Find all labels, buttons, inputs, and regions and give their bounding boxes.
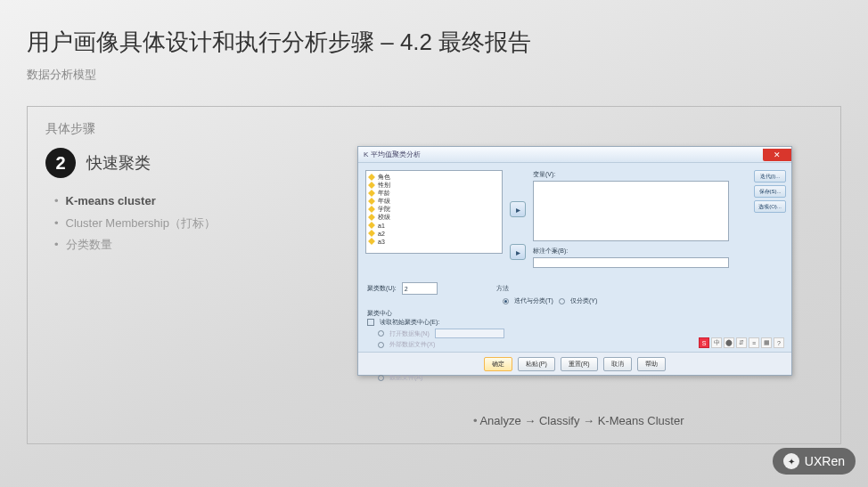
clusters-input[interactable]: 2: [402, 282, 438, 295]
move-right-button[interactable]: ▸: [510, 201, 526, 217]
ruler-icon: [368, 198, 375, 205]
ime-icon[interactable]: ?: [774, 337, 784, 348]
variables-target-list[interactable]: [533, 181, 729, 241]
variable-item: a1: [368, 222, 500, 230]
step-number-badge: 2: [45, 148, 76, 178]
method-label: 方法: [496, 284, 509, 293]
content-panel: 具体步骤 2 快速聚类 K-means cluster Cluster Memb…: [27, 106, 841, 444]
radio-data-file[interactable]: [378, 375, 384, 381]
ime-icon[interactable]: ≡: [749, 337, 759, 348]
panel-label: 具体步骤: [45, 121, 823, 137]
center-group-label: 聚类中心: [367, 309, 782, 318]
slide: 用户画像具体设计和执行分析步骤 – 4.2 最终报告 数据分析模型 具体步骤 2…: [0, 0, 868, 444]
cancel-button[interactable]: 取消: [603, 357, 632, 371]
bullet-text: Cluster Membership（打标）: [66, 213, 216, 235]
ime-icon[interactable]: ▦: [761, 337, 772, 348]
variable-item: 年级: [368, 197, 500, 205]
dialog-title: K 平均值聚类分析: [364, 150, 421, 159]
reset-button[interactable]: 重置(R): [561, 357, 598, 371]
dialog-right-pane: 变量(V): 标注个案(B):: [533, 170, 784, 272]
variables-target-label: 变量(V):: [533, 170, 784, 179]
variable-item: a2: [368, 230, 500, 238]
radio-iterate[interactable]: [503, 298, 509, 304]
radio-external-file[interactable]: [378, 342, 384, 348]
ok-button[interactable]: 确定: [484, 357, 512, 371]
screenshot-caption: Analyze → Classify → K-Means Cluster: [473, 414, 684, 427]
ruler-icon: [368, 174, 375, 181]
ime-icon[interactable]: 中: [711, 337, 722, 348]
clusters-label: 聚类数(U):: [367, 284, 397, 293]
ime-icon[interactable]: ⬤: [724, 337, 734, 348]
source-variables-list[interactable]: 角色 性别 年龄 年级 学院 校级 a1 a2 a3: [365, 170, 503, 254]
ime-icon[interactable]: S: [699, 337, 709, 348]
read-initial-checkbox[interactable]: [367, 319, 374, 326]
move-right-button[interactable]: ▸: [510, 244, 526, 260]
bullet-text: K-means cluster: [66, 191, 156, 213]
label-case-label: 标注个案(B):: [533, 247, 784, 256]
dialog-body: 角色 性别 年龄 年级 学院 校级 a1 a2 a3 ▸ ▸ 变量(V):: [358, 163, 791, 279]
page-title: 用户画像具体设计和执行分析步骤 – 4.2 最终报告: [27, 27, 841, 58]
variable-item: 角色: [368, 173, 500, 181]
transfer-buttons: ▸ ▸: [510, 170, 526, 272]
page-subtitle: 数据分析模型: [27, 67, 841, 83]
dataset-dropdown[interactable]: [435, 329, 504, 338]
radio-open-dataset[interactable]: [378, 330, 384, 337]
bullet-text: 分类数量: [66, 234, 112, 256]
dialog-footer: 确定 粘贴(P) 重置(R) 取消 帮助: [358, 352, 791, 375]
ruler-icon: [368, 230, 375, 237]
watermark-brand: UXRen: [805, 454, 845, 468]
dialog-titlebar: K 平均值聚类分析 ✕: [358, 147, 791, 163]
ruler-icon: [368, 214, 375, 221]
wechat-icon: ✦: [783, 453, 799, 469]
variable-item: 学院: [368, 205, 500, 213]
ime-statusbar: S 中 ⬤ ⇵ ≡ ▦ ?: [699, 337, 784, 348]
ruler-icon: [368, 238, 375, 245]
options-button[interactable]: 选项(O)...: [754, 200, 786, 213]
dialog-side-buttons: 迭代(I)... 保存(S)... 选项(O)...: [754, 170, 786, 213]
spss-dialog: K 平均值聚类分析 ✕ 迭代(I)... 保存(S)... 选项(O)... 角…: [357, 146, 792, 376]
ime-icon[interactable]: ⇵: [736, 337, 747, 348]
ruler-icon: [368, 182, 375, 189]
iterate-button[interactable]: 迭代(I)...: [754, 170, 786, 183]
help-button[interactable]: 帮助: [637, 357, 666, 371]
radio-classify-only[interactable]: [559, 298, 565, 304]
ruler-icon: [368, 206, 375, 213]
ruler-icon: [368, 190, 375, 197]
step-title: 快速聚类: [86, 152, 151, 174]
save-button[interactable]: 保存(S)...: [754, 185, 786, 198]
variable-item: 年龄: [368, 189, 500, 197]
variable-item: 性别: [368, 181, 500, 189]
close-button[interactable]: ✕: [763, 149, 791, 161]
label-case-input[interactable]: [533, 257, 729, 268]
variable-item: a3: [368, 238, 500, 246]
paste-button[interactable]: 粘贴(P): [518, 357, 554, 371]
ruler-icon: [368, 222, 375, 229]
variable-item: 校级: [368, 213, 500, 221]
watermark: ✦ UXRen: [773, 448, 856, 475]
